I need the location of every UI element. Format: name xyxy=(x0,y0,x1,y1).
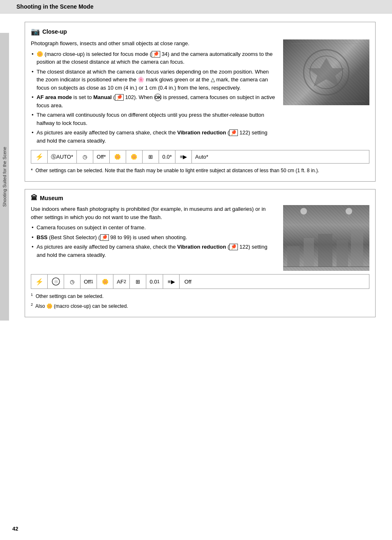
close-up-title: 📷 Close-up xyxy=(31,27,369,36)
list-item: The closest distance at which the camera… xyxy=(31,68,277,92)
settings-iso-value: Off xyxy=(180,275,196,288)
settings-flash-mode: ☉ xyxy=(48,275,64,288)
svg-rect-9 xyxy=(351,230,363,267)
museum-settings-row: ⚡ ☉ ◷ Off1 🌼 AF2 ⊞ 0.01 ≡▶ Off xyxy=(31,274,369,289)
settings-flash-mode: ⓈAUTO* xyxy=(48,150,77,163)
close-up-text: Photograph flowers, insects and other sm… xyxy=(31,39,277,147)
settings-flash: ⚡ xyxy=(31,150,48,163)
side-tab-label: Shooting Suited for the Scene xyxy=(2,147,7,207)
close-up-icon: 📷 xyxy=(31,27,40,36)
flower-mark-icon: 🌸 xyxy=(138,76,144,83)
close-up-section: 📷 Close-up Photograph flowers, insects a… xyxy=(25,22,376,182)
museum-image xyxy=(283,205,369,271)
settings-macro: Off1 xyxy=(81,275,97,288)
settings-exposure-icon: ⊞ xyxy=(130,275,146,288)
settings-macro-icon1: 🌼 xyxy=(110,150,126,163)
ok-button-icon: OK xyxy=(154,94,161,101)
list-item: 🌼 (macro close-up) is selected for focus… xyxy=(31,50,277,66)
settings-flash: ⚡ xyxy=(31,275,48,288)
svg-rect-8 xyxy=(337,240,348,267)
museum-title: 🏛 Museum xyxy=(31,194,369,202)
list-item: As pictures are easily affected by camer… xyxy=(31,129,277,145)
settings-self-timer: ◷ xyxy=(77,150,93,163)
close-up-list: 🌼 (macro close-up) is selected for focus… xyxy=(31,50,277,145)
list-item: BSS (Best Shot Selector) (🏓 98 to 99) is… xyxy=(31,233,277,242)
settings-iso-value: Auto* xyxy=(192,150,212,163)
settings-self-timer: ◷ xyxy=(64,275,81,288)
close-up-content: Photograph flowers, insects and other sm… xyxy=(31,39,369,147)
side-tab: Shooting Suited for the Scene xyxy=(0,33,9,321)
svg-text:☉: ☉ xyxy=(54,279,58,284)
list-item: The camera will continuously focus on di… xyxy=(31,111,277,127)
museum-text: Use indoors where flash photography is p… xyxy=(31,205,277,271)
museum-footnote-1: 1 Other settings can be selected. xyxy=(31,292,369,300)
svg-rect-5 xyxy=(287,246,300,267)
close-up-image xyxy=(283,39,369,105)
settings-exposure-icon: ⊞ xyxy=(143,150,159,163)
museum-intro: Use indoors where flash photography is p… xyxy=(31,205,277,221)
museum-list: Camera focuses on subject in center of f… xyxy=(31,224,277,259)
settings-macro-icon: 🌼 xyxy=(97,275,113,288)
museum-icon: 🏛 xyxy=(31,194,37,202)
page-header: Shooting in the Scene Mode xyxy=(0,0,392,14)
close-up-intro: Photograph flowers, insects and other sm… xyxy=(31,39,277,48)
svg-rect-7 xyxy=(318,234,332,267)
page-header-title: Shooting in the Scene Mode xyxy=(16,3,93,10)
settings-menu-icon: ≡▶ xyxy=(175,150,192,163)
settings-exposure-value: 0.0* xyxy=(159,150,175,163)
macro-icon: 🌼 xyxy=(37,51,43,57)
museum-footnote-2: 2 Also 🌼 (macro close-up) can be selecte… xyxy=(31,302,369,310)
list-item: Camera focuses on subject in center of f… xyxy=(31,224,277,232)
museum-section: 🏛 Museum Use indoors where flash photogr… xyxy=(25,189,376,317)
svg-rect-6 xyxy=(304,238,314,267)
list-item: As pictures are easily affected by camer… xyxy=(31,243,277,259)
close-up-settings-row: ⚡ ⓈAUTO* ◷ Off* 🌼 🌼 ⊞ 0.0* ≡▶ Auto* xyxy=(31,150,369,164)
page-number: 42 xyxy=(12,526,18,532)
main-content: 📷 Close-up Photograph flowers, insects a… xyxy=(12,14,384,330)
settings-exposure-value: 0.01 xyxy=(146,275,163,288)
museum-content: Use indoors where flash photography is p… xyxy=(31,205,369,271)
settings-macro-icon2: 🌼 xyxy=(126,150,143,163)
settings-macro: Off* xyxy=(93,150,110,163)
settings-af-mode: AF2 xyxy=(113,275,130,288)
list-item: AF area mode is set to Manual (🏓 102). W… xyxy=(31,93,277,109)
settings-menu-icon: ≡▶ xyxy=(163,275,180,288)
close-up-footnote: * Other settings can be selected. Note t… xyxy=(31,167,369,174)
